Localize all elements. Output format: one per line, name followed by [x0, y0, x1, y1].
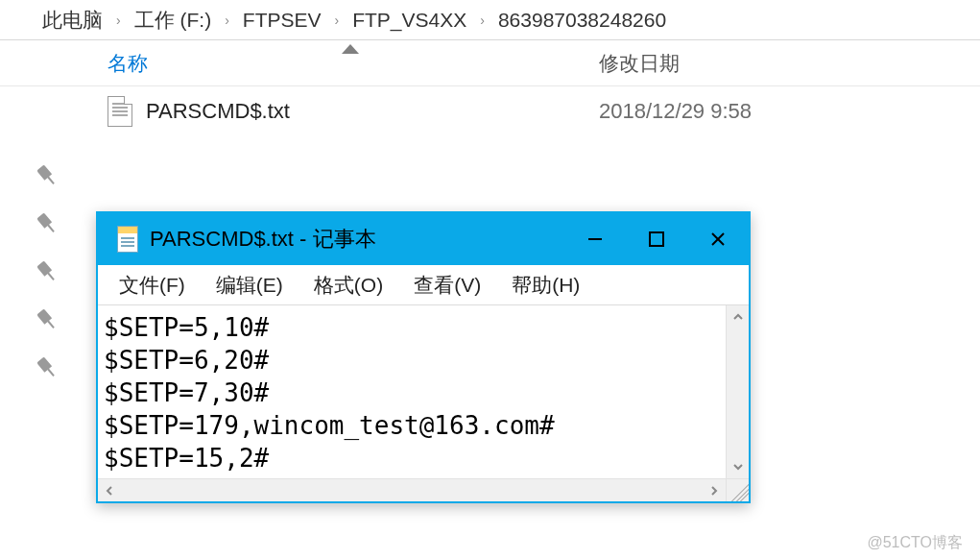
vertical-scrollbar[interactable] [726, 305, 749, 478]
svg-rect-1 [650, 232, 663, 246]
maximize-button[interactable] [626, 213, 687, 265]
breadcrumb-item[interactable]: FTPSEV [239, 9, 325, 32]
menu-view[interactable]: 查看(V) [398, 268, 496, 303]
editor-area: $SETP=5,10# $SETP=6,20# $SETP=7,30# $SET… [98, 305, 749, 478]
pin-icon[interactable] [33, 257, 62, 287]
minimize-button[interactable] [564, 213, 626, 265]
pin-icon[interactable] [33, 161, 62, 191]
scroll-up-icon[interactable] [727, 305, 749, 328]
column-header-name-label: 名称 [108, 50, 148, 77]
menu-format[interactable]: 格式(O) [299, 268, 398, 303]
text-file-icon [108, 96, 132, 127]
editor-text[interactable]: $SETP=5,10# $SETP=6,20# $SETP=7,30# $SET… [98, 305, 726, 478]
quick-access-pins [36, 165, 58, 378]
pin-icon[interactable] [33, 305, 62, 335]
menu-help[interactable]: 帮助(H) [496, 268, 595, 303]
file-modified-date: 2018/12/29 9:58 [599, 99, 849, 124]
breadcrumb-item[interactable]: 此电脑 [38, 7, 107, 34]
sort-ascending-icon [342, 44, 359, 54]
breadcrumb-item[interactable]: 工作 (F:) [131, 7, 215, 34]
chevron-right-icon: › [107, 12, 131, 28]
titlebar[interactable]: PARSCMD$.txt - 记事本 [98, 213, 749, 265]
pin-icon[interactable] [33, 353, 62, 383]
menu-edit[interactable]: 编辑(E) [201, 268, 299, 303]
file-row[interactable]: PARSCMD$.txt 2018/12/29 9:58 [0, 86, 980, 136]
chevron-right-icon: › [325, 12, 349, 28]
resize-grip-icon[interactable] [726, 478, 749, 501]
chevron-right-icon: › [470, 12, 494, 28]
notepad-icon [117, 226, 138, 253]
window-title: PARSCMD$.txt - 记事本 [150, 225, 376, 254]
horizontal-scrollbar[interactable] [98, 478, 726, 501]
menu-file[interactable]: 文件(F) [104, 268, 201, 303]
chevron-right-icon: › [215, 12, 239, 28]
file-name: PARSCMD$.txt [146, 99, 290, 124]
column-header-row: 名称 修改日期 [0, 40, 980, 86]
scroll-down-icon[interactable] [727, 455, 749, 478]
close-button[interactable] [687, 213, 749, 265]
column-header-modified[interactable]: 修改日期 [599, 50, 849, 77]
notepad-window: PARSCMD$.txt - 记事本 文件(F) 编辑(E) 格式(O) 查看(… [96, 211, 751, 503]
menubar: 文件(F) 编辑(E) 格式(O) 查看(V) 帮助(H) [98, 265, 749, 305]
watermark: @51CTO博客 [867, 533, 963, 553]
scroll-right-icon[interactable] [703, 479, 726, 501]
breadcrumb-item[interactable]: 863987038248260 [494, 9, 670, 32]
scroll-left-icon[interactable] [98, 479, 121, 501]
column-header-modified-label: 修改日期 [599, 52, 680, 74]
pin-icon[interactable] [33, 209, 62, 239]
breadcrumb[interactable]: 此电脑 › 工作 (F:) › FTPSEV › FTP_VS4XX › 863… [0, 0, 980, 40]
breadcrumb-item[interactable]: FTP_VS4XX [348, 9, 470, 32]
